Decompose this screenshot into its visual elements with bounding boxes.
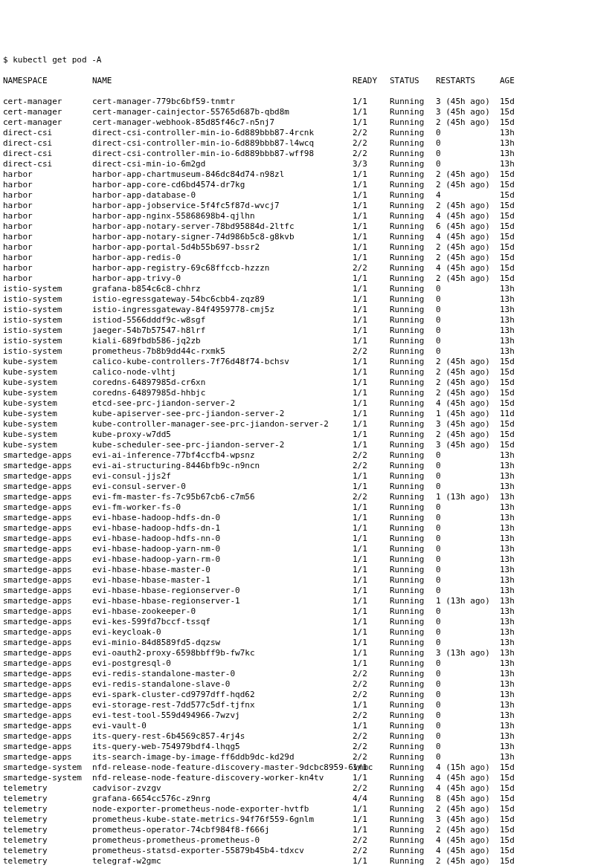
cell-age: 13h xyxy=(500,159,530,169)
cell-age: 15d xyxy=(500,242,530,253)
cell-name: calico-node-vlhtj xyxy=(92,367,353,378)
cell-name: harbor-app-portal-5d4b55b697-bssr2 xyxy=(92,242,353,253)
cell-namespace: smartedge-apps xyxy=(3,638,92,648)
cell-restarts: 4 (45h ago) xyxy=(436,211,500,221)
cell-name: evi-keycloak-0 xyxy=(92,627,353,638)
cell-name: harbor-app-registry-69c68ffccb-hzzzn xyxy=(92,263,353,273)
table-row: kube-systemcoredns-64897985d-hhbjc1/1Run… xyxy=(3,388,589,398)
header-restarts: RESTARTS xyxy=(436,76,500,86)
cell-status: Running xyxy=(390,700,436,710)
cell-namespace: smartedge-apps xyxy=(3,534,92,544)
cell-ready: 1/1 xyxy=(353,554,390,565)
cell-namespace: telemetry xyxy=(3,794,92,804)
table-row: smartedge-appsevi-minio-84d8589fd5-dqzsw… xyxy=(3,638,589,648)
cell-ready: 1/1 xyxy=(353,367,390,378)
cell-ready: 1/1 xyxy=(353,336,390,346)
cell-ready: 1/1 xyxy=(353,253,390,263)
cell-restarts: 0 xyxy=(436,471,500,482)
table-row: istio-systemgrafana-b854c6c8-chhrz1/1Run… xyxy=(3,284,589,294)
cell-restarts: 0 xyxy=(436,450,500,461)
cell-ready: 1/1 xyxy=(353,471,390,482)
cell-name: evi-fm-master-fs-7c95b67cb6-c7m56 xyxy=(92,492,353,502)
cell-ready: 1/1 xyxy=(353,648,390,658)
cell-age: 13h xyxy=(500,586,530,596)
cell-restarts: 3 (45h ago) xyxy=(436,107,500,117)
cell-ready: 1/1 xyxy=(353,721,390,731)
cell-status: Running xyxy=(390,835,436,846)
cell-name: evi-hbase-hbase-regionserver-0 xyxy=(92,586,353,596)
cell-age: 15d xyxy=(500,211,530,221)
cell-age: 15d xyxy=(500,804,530,814)
cell-restarts: 3 (45h ago) xyxy=(436,440,500,450)
table-row: harborharbor-app-portal-5d4b55b697-bssr2… xyxy=(3,242,589,253)
cell-age: 13h xyxy=(500,461,530,471)
cell-age: 13h xyxy=(500,482,530,492)
cell-name: evi-hbase-hadoop-hdfs-dn-0 xyxy=(92,513,353,523)
cell-name: kube-apiserver-see-prc-jiandon-server-2 xyxy=(92,409,353,419)
cell-restarts: 0 xyxy=(436,294,500,305)
cell-ready: 2/2 xyxy=(353,742,390,752)
cell-name: evi-postgresql-0 xyxy=(92,658,353,669)
cell-age: 13h xyxy=(500,596,530,606)
cell-ready: 1/1 xyxy=(353,284,390,294)
cell-restarts: 2 (45h ago) xyxy=(436,273,500,284)
cell-status: Running xyxy=(390,752,436,762)
cell-namespace: istio-system xyxy=(3,284,92,294)
cell-name: coredns-64897985d-hhbjc xyxy=(92,388,353,398)
cell-ready: 1/1 xyxy=(353,97,390,107)
cell-restarts: 0 xyxy=(436,627,500,638)
cell-age: 15d xyxy=(500,367,530,378)
cell-ready: 1/1 xyxy=(353,242,390,253)
cell-ready: 2/2 xyxy=(353,450,390,461)
cell-restarts: 4 (45h ago) xyxy=(436,835,500,846)
cell-name: harbor-app-database-0 xyxy=(92,190,353,201)
table-row: smartedge-appsevi-hbase-hbase-master-01/… xyxy=(3,565,589,575)
table-row: harborharbor-app-database-01/1Running415… xyxy=(3,190,589,201)
cell-namespace: smartedge-apps xyxy=(3,450,92,461)
cell-ready: 2/2 xyxy=(353,138,390,149)
cell-status: Running xyxy=(390,461,436,471)
table-row: smartedge-appsevi-test-tool-559d494966-7… xyxy=(3,710,589,721)
table-row: smartedge-appsevi-fm-master-fs-7c95b67cb… xyxy=(3,492,589,502)
header-age: AGE xyxy=(500,76,530,86)
prompt-symbol: $ xyxy=(3,55,8,65)
cell-status: Running xyxy=(390,762,436,773)
cell-namespace: kube-system xyxy=(3,378,92,388)
cell-name: etcd-see-prc-jiandon-server-2 xyxy=(92,398,353,409)
cell-name: nfd-release-node-feature-discovery-worke… xyxy=(92,773,353,783)
table-row: smartedge-appsevi-consul-server-01/1Runn… xyxy=(3,482,589,492)
cell-ready: 1/1 xyxy=(353,107,390,117)
cell-age: 13h xyxy=(500,606,530,617)
cell-status: Running xyxy=(390,450,436,461)
cell-ready: 2/2 xyxy=(353,846,390,856)
cell-name: evi-spark-cluster-cd9797dff-hqd62 xyxy=(92,690,353,700)
cell-restarts: 4 (45h ago) xyxy=(436,773,500,783)
cell-status: Running xyxy=(390,232,436,242)
cell-status: Running xyxy=(390,825,436,835)
cell-status: Running xyxy=(390,398,436,409)
cell-name: evi-ai-inference-77bf4ccfb4-wpsnz xyxy=(92,450,353,461)
table-row: smartedge-appsevi-redis-standalone-maste… xyxy=(3,669,589,679)
cell-namespace: direct-csi xyxy=(3,128,92,138)
cell-restarts: 0 xyxy=(436,284,500,294)
cell-status: Running xyxy=(390,211,436,221)
cell-namespace: kube-system xyxy=(3,430,92,440)
cell-ready: 2/2 xyxy=(353,263,390,273)
cell-name: evi-redis-standalone-slave-0 xyxy=(92,679,353,690)
table-row: smartedge-appsits-query-rest-6b4569c857-… xyxy=(3,731,589,742)
table-row: smartedge-appsevi-storage-rest-7dd577c5d… xyxy=(3,700,589,710)
cell-status: Running xyxy=(390,513,436,523)
cell-restarts: 4 xyxy=(436,190,500,201)
cell-age: 13h xyxy=(500,315,530,326)
cell-namespace: harbor xyxy=(3,180,92,190)
cell-namespace: telemetry xyxy=(3,825,92,835)
cell-restarts: 0 xyxy=(436,128,500,138)
cell-ready: 1/1 xyxy=(353,294,390,305)
cell-restarts: 0 xyxy=(436,315,500,326)
cell-ready: 1/1 xyxy=(353,180,390,190)
table-row: direct-csidirect-csi-controller-min-io-6… xyxy=(3,149,589,159)
cell-status: Running xyxy=(390,471,436,482)
cell-name: its-query-web-754979bdf4-lhqg5 xyxy=(92,742,353,752)
cell-age: 15d xyxy=(500,263,530,273)
cell-age: 13h xyxy=(500,648,530,658)
